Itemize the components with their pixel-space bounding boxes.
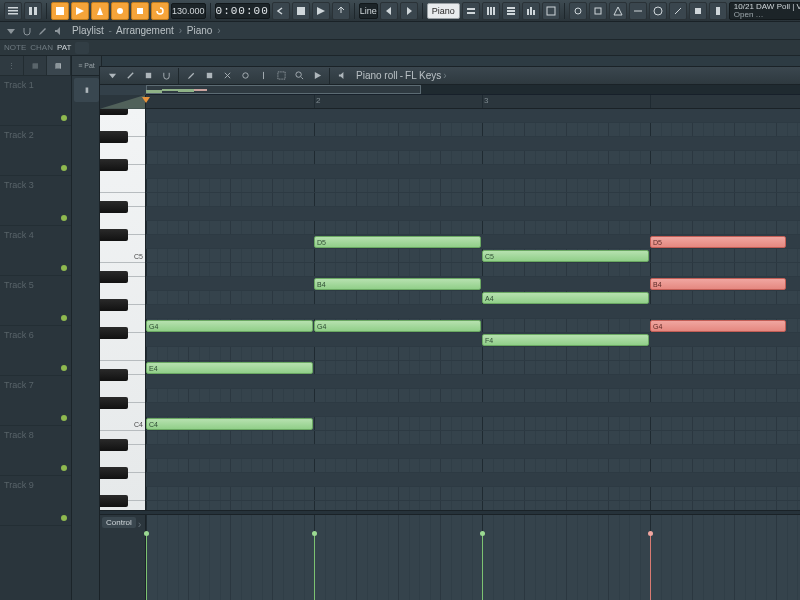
pr-paint-tool-icon[interactable] bbox=[201, 68, 217, 84]
view-pianoroll-button[interactable] bbox=[482, 2, 500, 20]
track-active-dot[interactable] bbox=[61, 165, 67, 171]
track-row[interactable]: Track 6 bbox=[0, 326, 71, 376]
track-mini-tab[interactable]: ▦ bbox=[24, 56, 48, 75]
black-key[interactable] bbox=[100, 369, 128, 382]
tool-e-button[interactable] bbox=[649, 2, 667, 20]
render-button[interactable] bbox=[312, 2, 330, 20]
black-key[interactable] bbox=[100, 229, 128, 242]
midi-note[interactable]: C4 bbox=[146, 418, 313, 430]
midi-note[interactable]: F4 bbox=[482, 334, 649, 346]
tempo-display[interactable]: 130.000 bbox=[171, 3, 206, 19]
pattern-picker-icon[interactable] bbox=[75, 42, 89, 54]
black-key[interactable] bbox=[100, 439, 128, 452]
loop-record-button[interactable] bbox=[151, 2, 169, 20]
playlist-crumb-pattern[interactable]: Piano bbox=[187, 25, 213, 36]
control-tab[interactable]: Control bbox=[102, 517, 136, 528]
midi-note[interactable]: A4 bbox=[482, 292, 649, 304]
pattern-clip[interactable]: ▮ bbox=[74, 78, 99, 102]
pr-playback-tool-icon[interactable] bbox=[309, 68, 325, 84]
track-active-dot[interactable] bbox=[61, 465, 67, 471]
pattern-icon[interactable] bbox=[24, 2, 42, 20]
channel-name-field[interactable]: Piano bbox=[427, 3, 460, 19]
black-key[interactable] bbox=[100, 299, 128, 312]
tool-a-button[interactable] bbox=[569, 2, 587, 20]
pr-slice-tool-icon[interactable] bbox=[255, 68, 271, 84]
black-key[interactable] bbox=[100, 201, 128, 214]
track-mini-tab[interactable]: ▤ bbox=[47, 56, 71, 75]
piano-roll-minimap[interactable] bbox=[146, 85, 800, 95]
velocity-marker[interactable] bbox=[314, 534, 315, 601]
midi-note[interactable]: C5 bbox=[482, 250, 649, 262]
midi-note[interactable]: G4 bbox=[650, 320, 786, 332]
black-key[interactable] bbox=[100, 271, 128, 284]
time-display[interactable]: 0:00:00 bbox=[215, 3, 270, 19]
pr-tools-icon[interactable] bbox=[122, 68, 138, 84]
piano-roll-title[interactable]: Piano roll - FL Keys › bbox=[356, 70, 447, 81]
velocity-marker[interactable] bbox=[146, 534, 147, 601]
note-grid[interactable]: ⬨ C4E4G4G4B4D5F4A4C5G4B4D5 bbox=[146, 109, 800, 510]
piano-roll-ruler[interactable]: 23 bbox=[146, 95, 800, 109]
track-row[interactable]: Track 4 bbox=[0, 226, 71, 276]
view-mixer-button[interactable] bbox=[522, 2, 540, 20]
track-active-dot[interactable] bbox=[61, 415, 67, 421]
black-key[interactable] bbox=[100, 495, 128, 508]
track-row[interactable]: Track 5 bbox=[0, 276, 71, 326]
track-mini-tab[interactable]: ⋮ bbox=[0, 56, 24, 75]
track-active-dot[interactable] bbox=[61, 115, 67, 121]
black-key[interactable] bbox=[100, 467, 128, 480]
view-channelrack-button[interactable] bbox=[502, 2, 520, 20]
midi-note[interactable]: B4 bbox=[314, 278, 481, 290]
midi-note[interactable]: G4 bbox=[314, 320, 481, 332]
c-key-label[interactable] bbox=[100, 417, 145, 431]
tool-b-button[interactable] bbox=[589, 2, 607, 20]
pr-delete-tool-icon[interactable] bbox=[219, 68, 235, 84]
track-row[interactable]: Track 9 bbox=[0, 476, 71, 526]
black-key[interactable] bbox=[100, 397, 128, 410]
track-active-dot[interactable] bbox=[61, 265, 67, 271]
track-row[interactable]: Track 1 bbox=[0, 76, 71, 126]
velocity-grid[interactable] bbox=[146, 515, 800, 600]
side-tab-chan[interactable]: CHAN bbox=[30, 43, 53, 52]
velocity-marker[interactable] bbox=[650, 534, 651, 601]
tool-f-button[interactable] bbox=[669, 2, 687, 20]
midi-note[interactable]: D5 bbox=[650, 236, 786, 248]
snap-next-button[interactable] bbox=[400, 2, 418, 20]
midi-note[interactable]: G4 bbox=[146, 320, 313, 332]
snap-prev-button[interactable] bbox=[380, 2, 398, 20]
playlist-pencil-icon[interactable] bbox=[36, 24, 50, 38]
save-button[interactable] bbox=[292, 2, 310, 20]
snap-selector[interactable]: Line bbox=[359, 3, 378, 19]
menu-icon[interactable] bbox=[4, 2, 22, 20]
undo-button[interactable] bbox=[272, 2, 290, 20]
pr-magnet-icon[interactable] bbox=[158, 68, 174, 84]
countdown-button[interactable] bbox=[131, 2, 149, 20]
track-row[interactable]: Track 8 bbox=[0, 426, 71, 476]
wait-input-button[interactable] bbox=[111, 2, 129, 20]
pr-zoom-tool-icon[interactable] bbox=[291, 68, 307, 84]
tool-d-button[interactable] bbox=[629, 2, 647, 20]
export-button[interactable] bbox=[332, 2, 350, 20]
view-playlist-button[interactable] bbox=[462, 2, 480, 20]
midi-note[interactable]: E4 bbox=[146, 362, 313, 374]
pr-menu-icon[interactable] bbox=[104, 68, 120, 84]
tool-c-button[interactable] bbox=[609, 2, 627, 20]
black-key[interactable] bbox=[100, 131, 128, 144]
metronome-button[interactable] bbox=[91, 2, 109, 20]
pr-speaker-icon[interactable] bbox=[334, 68, 350, 84]
midi-note[interactable]: B4 bbox=[650, 278, 786, 290]
pr-mute-tool-icon[interactable] bbox=[237, 68, 253, 84]
playlist-crumb-arrangement[interactable]: Arrangement bbox=[116, 25, 174, 36]
track-row[interactable]: Track 3 bbox=[0, 176, 71, 226]
view-browser-button[interactable] bbox=[542, 2, 560, 20]
track-active-dot[interactable] bbox=[61, 515, 67, 521]
pr-stamp-icon[interactable] bbox=[140, 68, 156, 84]
track-active-dot[interactable] bbox=[61, 315, 67, 321]
track-active-dot[interactable] bbox=[61, 215, 67, 221]
track-row[interactable]: Track 2 bbox=[0, 126, 71, 176]
playlist-titlebar[interactable]: Playlist - Arrangement › Piano › bbox=[0, 22, 800, 40]
playlist-magnet-icon[interactable] bbox=[20, 24, 34, 38]
pr-select-tool-icon[interactable] bbox=[273, 68, 289, 84]
side-tab-pat[interactable]: PAT bbox=[57, 43, 71, 52]
c-key-label[interactable] bbox=[100, 249, 145, 263]
black-key[interactable] bbox=[100, 109, 128, 115]
